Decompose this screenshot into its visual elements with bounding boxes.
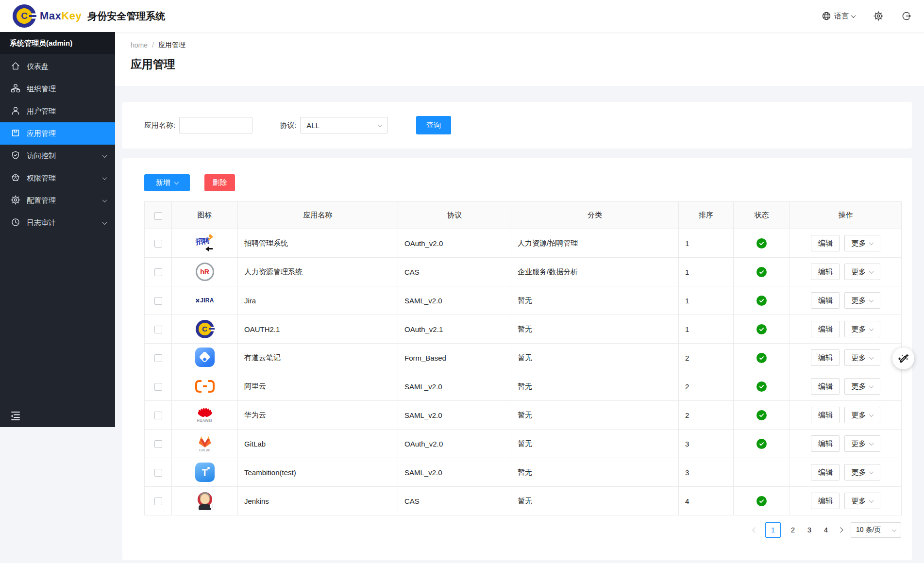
shield-icon	[11, 150, 20, 162]
top-header: C Max Key 身份安全管理系统 语言	[0, 0, 924, 32]
more-button[interactable]: 更多	[844, 464, 880, 480]
more-button[interactable]: 更多	[844, 292, 880, 309]
row-checkbox[interactable]	[154, 440, 162, 448]
chevron-down-icon	[869, 498, 874, 503]
row-checkbox[interactable]	[154, 326, 162, 333]
edit-button[interactable]: 编辑	[811, 493, 840, 509]
status-active-icon	[756, 353, 767, 363]
app-name-filter-input[interactable]	[179, 117, 252, 133]
protocol-cell: SAML_v2.0	[398, 401, 511, 430]
category-cell: 暂无	[511, 286, 679, 315]
app-icon-gitlab: GitLab	[198, 435, 212, 452]
row-checkbox[interactable]	[154, 240, 162, 248]
edit-button[interactable]: 编辑	[811, 464, 840, 480]
app-icon-hr: hR	[196, 263, 214, 281]
table-row: C OAUTH2.1 OAuth_v2.1 暂无 1 编辑 更多	[145, 315, 902, 344]
protocol-cell: SAML_v2.0	[398, 372, 511, 401]
admin-user-label: 系统管理员(admin)	[0, 32, 115, 54]
sidebar-item-permission[interactable]: 权限管理	[0, 167, 115, 189]
more-button[interactable]: 更多	[844, 349, 880, 366]
apps-table: 图标应用名称协议分类排序状态操作 招聘 招聘管理系统 OAuth_v2.0 人力…	[144, 201, 902, 515]
page-number-3[interactable]: 3	[805, 522, 814, 538]
row-checkbox[interactable]	[154, 268, 162, 276]
edit-button[interactable]: 编辑	[811, 235, 840, 251]
maxkey-logo-icon: C	[13, 4, 36, 28]
row-checkbox[interactable]	[154, 412, 162, 419]
column-header-4: 排序	[679, 202, 734, 229]
page-number-1[interactable]: 1	[765, 522, 781, 538]
row-checkbox[interactable]	[154, 354, 162, 362]
app-name-filter-label: 应用名称:	[144, 121, 175, 130]
status-active-icon	[756, 439, 767, 449]
edit-button[interactable]: 编辑	[811, 321, 840, 337]
edit-button[interactable]: 编辑	[811, 407, 840, 423]
more-button[interactable]: 更多	[844, 435, 880, 452]
settings-button[interactable]	[874, 11, 883, 21]
language-switcher[interactable]: 语言	[822, 11, 855, 21]
sidebar-item-audit[interactable]: 日志审计	[0, 212, 115, 234]
row-checkbox[interactable]	[154, 469, 162, 477]
app-name-cell: 华为云	[238, 401, 398, 430]
logout-button[interactable]	[902, 11, 911, 21]
table-row: 招聘 招聘管理系统 OAuth_v2.0 人力资源/招聘管理 1 编辑 更多	[145, 229, 902, 258]
search-button[interactable]: 查询	[416, 116, 451, 134]
sidebar-item-access[interactable]: 访问控制	[0, 145, 115, 167]
status-active-icon	[756, 267, 767, 277]
category-cell: 暂无	[511, 458, 679, 487]
row-checkbox[interactable]	[154, 297, 162, 305]
app-name-cell: OAUTH2.1	[238, 315, 398, 344]
add-button[interactable]: 新增	[144, 174, 190, 191]
chevron-down-icon	[869, 412, 874, 417]
sidebar-item-org[interactable]: 组织管理	[0, 78, 115, 100]
sidebar-item-app[interactable]: 应用管理	[0, 122, 115, 145]
status-active-icon	[756, 238, 767, 248]
chevron-down-icon	[869, 326, 874, 331]
protocol-select[interactable]: ALL	[300, 117, 388, 133]
select-all-checkbox[interactable]	[154, 212, 162, 220]
edit-button[interactable]: 编辑	[811, 292, 840, 309]
column-header-6: 操作	[790, 202, 902, 229]
more-button[interactable]: 更多	[844, 493, 880, 509]
table-row: hR 人力资源管理系统 CAS 企业服务/数据分析 1 编辑 更多	[145, 258, 902, 286]
sort-cell: 4	[679, 487, 734, 515]
more-button[interactable]: 更多	[844, 407, 880, 423]
app-icon-aliyun	[195, 380, 215, 393]
pagination-next[interactable]	[835, 522, 846, 538]
status-active-icon	[756, 324, 767, 334]
row-checkbox[interactable]	[154, 497, 162, 505]
edit-button[interactable]: 编辑	[811, 435, 840, 452]
category-cell: 暂无	[511, 344, 679, 372]
row-checkbox[interactable]	[154, 383, 162, 391]
more-button[interactable]: 更多	[844, 235, 880, 251]
sidebar-item-dashboard[interactable]: 仪表盘	[0, 55, 115, 78]
column-header-5: 状态	[734, 202, 790, 229]
edit-button[interactable]: 编辑	[811, 349, 840, 366]
breadcrumb-home[interactable]: home	[131, 41, 148, 49]
chevron-down-icon	[102, 198, 107, 202]
header-actions: 语言	[822, 11, 911, 21]
chevron-down-icon	[869, 355, 874, 360]
sidebar-item-config[interactable]: 配置管理	[0, 189, 115, 212]
edit-button[interactable]: 编辑	[811, 264, 840, 280]
table-row: 有道云笔记 Form_Based 暂无 2 编辑 更多	[145, 344, 902, 372]
status-active-icon	[756, 296, 767, 306]
table-row: T Teambition(test) SAML_v2.0 暂无 3 编辑 更多	[145, 458, 902, 487]
main-area: home / 应用管理 应用管理 应用名称: 协议: ALL 查询 新增	[115, 32, 924, 563]
app-icon-maxkey: C	[196, 320, 214, 338]
delete-button[interactable]: 删除	[204, 174, 235, 191]
more-button[interactable]: 更多	[844, 264, 880, 280]
edit-button[interactable]: 编辑	[811, 378, 840, 395]
menu-fold-icon[interactable]	[10, 410, 21, 421]
protocol-cell: OAuth_v2.1	[398, 315, 511, 344]
page-size-select[interactable]: 10 条/页	[851, 522, 901, 538]
table-row: GitLab GitLab OAuth_v2.0 暂无 3 编辑 更多	[145, 430, 902, 458]
pagination-prev[interactable]	[749, 522, 761, 538]
sidebar-item-user[interactable]: 用户管理	[0, 100, 115, 122]
more-button[interactable]: 更多	[844, 321, 880, 337]
pagination: 1234 10 条/页	[144, 522, 901, 538]
magic-wand-button[interactable]	[892, 348, 914, 369]
more-button[interactable]: 更多	[844, 378, 880, 395]
page-number-4[interactable]: 4	[822, 522, 830, 538]
page-number-2[interactable]: 2	[789, 522, 797, 538]
chevron-down-icon	[892, 527, 897, 532]
